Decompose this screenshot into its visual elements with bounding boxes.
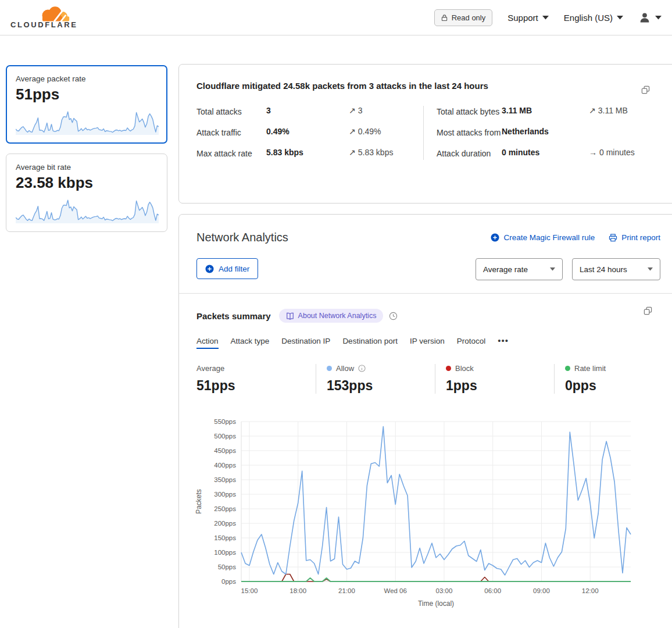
tab-protocol[interactable]: Protocol bbox=[457, 337, 486, 349]
packet-rate-sparkline bbox=[16, 108, 159, 135]
language-menu[interactable]: English (US) bbox=[564, 13, 623, 23]
packets-time-series-chart: 0pps50pps100pps150pps200pps250pps300pps3… bbox=[192, 417, 660, 614]
stat-value: 0.49% bbox=[266, 127, 349, 139]
book-icon bbox=[286, 312, 294, 320]
info-icon[interactable] bbox=[358, 365, 366, 372]
stat-change: ↗3.11 MB bbox=[589, 106, 635, 118]
plus-circle-icon bbox=[205, 265, 214, 273]
metric-label: Average bit rate bbox=[16, 163, 158, 172]
account-menu[interactable] bbox=[638, 11, 662, 24]
packets-summary-title: Packets summary bbox=[196, 311, 271, 321]
stat-label: Total attacks bbox=[196, 106, 266, 118]
y-tick-label: 150pps bbox=[214, 534, 236, 541]
block-series-dot bbox=[446, 366, 451, 371]
x-tick-label: 18:00 bbox=[289, 587, 306, 594]
tab-destination-ip[interactable]: Destination IP bbox=[281, 337, 330, 349]
tab-ip-version[interactable]: IP version bbox=[410, 337, 445, 349]
stat-change: ↗0.49% bbox=[349, 127, 423, 139]
stat-value: 5.83 kbps bbox=[266, 148, 349, 160]
x-tick-label: 06:00 bbox=[484, 587, 501, 594]
tab-attack-type[interactable]: Attack type bbox=[231, 337, 270, 349]
lock-icon bbox=[441, 14, 448, 22]
stat-label: Max attack rate bbox=[196, 148, 266, 160]
stat-label: Attack traffic bbox=[196, 127, 266, 139]
trend-up-icon: ↗ bbox=[589, 106, 596, 115]
printer-icon bbox=[609, 234, 617, 242]
y-tick-label: 400pps bbox=[214, 462, 236, 469]
add-filter-button[interactable]: Add filter bbox=[196, 258, 258, 279]
stat-block: Block 1pps bbox=[435, 364, 554, 394]
stat-change: ↗5.83 kbps bbox=[349, 148, 423, 160]
y-tick-label: 0pps bbox=[221, 578, 236, 585]
stat-label: Allow bbox=[336, 364, 354, 373]
stat-label: Average bbox=[196, 364, 224, 373]
tab-action[interactable]: Action bbox=[196, 337, 219, 349]
y-tick-label: 200pps bbox=[214, 520, 236, 527]
summary-stats-right: Total attack bytes 3.11 MB ↗3.11 MB Most… bbox=[423, 106, 635, 160]
chart-line-allow bbox=[241, 427, 631, 576]
metric-card-packet-rate[interactable]: Average packet rate 51pps bbox=[6, 65, 167, 144]
x-tick-label: 09:00 bbox=[533, 587, 550, 594]
chart-controls: Average rate Last 24 hours bbox=[476, 258, 660, 280]
trend-right-icon: → bbox=[589, 148, 597, 157]
chevron-down-icon bbox=[617, 16, 623, 20]
chart-canvas: 0pps50pps100pps150pps200pps250pps300pps3… bbox=[192, 417, 651, 612]
support-menu[interactable]: Support bbox=[507, 13, 549, 23]
support-label: Support bbox=[507, 13, 538, 23]
clock-icon bbox=[389, 312, 398, 320]
metric-cards-column: Average packet rate 51pps Average bit ra… bbox=[6, 65, 167, 242]
x-tick-label: 21:00 bbox=[338, 587, 355, 594]
x-axis-title: Time (local) bbox=[418, 600, 454, 608]
stat-value: 153pps bbox=[327, 378, 435, 394]
stat-value: 0 minutes bbox=[502, 148, 589, 160]
dimension-tabs: Action Attack type Destination IP Destin… bbox=[196, 336, 660, 349]
network-analytics-header: Network Analytics Create Magic Firewall … bbox=[196, 231, 660, 244]
metric-dropdown[interactable]: Average rate bbox=[476, 258, 563, 280]
filter-row: Add filter Average rate Last 24 hours bbox=[196, 258, 660, 280]
stat-label: Total attack bytes bbox=[437, 106, 502, 118]
stat-value: Netherlands bbox=[502, 127, 589, 139]
brand-name: CLOUDFLARE bbox=[10, 20, 78, 29]
more-tabs-button[interactable]: ••• bbox=[498, 336, 509, 349]
y-tick-label: 450pps bbox=[214, 447, 236, 454]
y-tick-label: 250pps bbox=[214, 505, 236, 512]
summary-stats: Total attacks 3 ↗3 Attack traffic 0.49% … bbox=[196, 106, 660, 160]
cloudflare-cloud-icon bbox=[37, 6, 71, 22]
tab-destination-port[interactable]: Destination port bbox=[342, 337, 398, 349]
rate-limit-series-dot bbox=[565, 366, 570, 371]
y-tick-label: 350pps bbox=[214, 476, 236, 483]
y-tick-label: 500pps bbox=[214, 433, 236, 440]
cloudflare-logo[interactable]: CLOUDFLARE bbox=[10, 6, 78, 29]
x-tick-label: 03:00 bbox=[436, 587, 453, 594]
stat-value: 3.11 MB bbox=[502, 106, 589, 118]
x-tick-label: 15:00 bbox=[241, 587, 258, 594]
stat-value: 1pps bbox=[446, 378, 554, 394]
y-tick-label: 50pps bbox=[218, 563, 237, 570]
stat-value: 51pps bbox=[196, 378, 316, 394]
metric-value: 51pps bbox=[16, 85, 158, 104]
time-window-button[interactable] bbox=[389, 312, 398, 320]
trend-up-icon: ↗ bbox=[349, 106, 356, 115]
header-actions: Create Magic Firewall rule Print report bbox=[491, 233, 660, 242]
copy-packets-summary-button[interactable] bbox=[644, 306, 652, 317]
plus-circle-icon bbox=[491, 233, 499, 242]
packets-summary-header: Packets summary About Network Analytics bbox=[196, 309, 660, 323]
chart-line-block bbox=[241, 575, 631, 582]
cloudflare-network-analytics-page: { "header": { "brand": "CLOUDFLARE", "re… bbox=[0, 0, 672, 628]
stat-allow: Allow 153pps bbox=[316, 364, 435, 394]
about-network-analytics-badge[interactable]: About Network Analytics bbox=[279, 309, 384, 323]
create-magic-firewall-rule-link[interactable]: Create Magic Firewall rule bbox=[491, 233, 595, 242]
print-report-link[interactable]: Print report bbox=[609, 233, 660, 242]
stat-average: Average 51pps bbox=[196, 364, 316, 394]
user-icon bbox=[638, 11, 651, 24]
copy-summary-button[interactable] bbox=[641, 85, 650, 96]
stat-change: ↗3 bbox=[349, 106, 423, 118]
y-axis-title: Packets bbox=[195, 489, 203, 514]
summary-title: Cloudflare mitigated 24.58k packets from… bbox=[196, 81, 660, 91]
time-range-dropdown[interactable]: Last 24 hours bbox=[572, 258, 660, 280]
stat-value: 0pps bbox=[565, 378, 672, 394]
metric-card-bit-rate[interactable]: Average bit rate 23.58 kbps bbox=[6, 154, 167, 232]
x-tick-label: 12:00 bbox=[582, 587, 599, 594]
copy-icon bbox=[641, 85, 650, 94]
stat-change: →0 minutes bbox=[589, 148, 635, 160]
